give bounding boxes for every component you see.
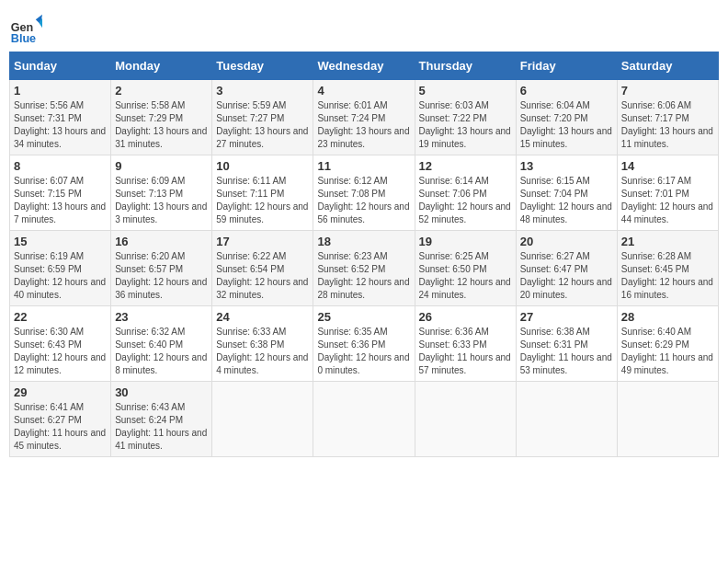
day-info: Sunrise: 6:11 AMSunset: 7:11 PMDaylight:… xyxy=(216,176,308,224)
day-cell: 14 Sunrise: 6:17 AMSunset: 7:01 PMDaylig… xyxy=(617,155,718,231)
day-info: Sunrise: 6:01 AMSunset: 7:24 PMDaylight:… xyxy=(317,100,409,149)
day-info: Sunrise: 6:40 AMSunset: 6:29 PMDaylight:… xyxy=(621,327,713,375)
col-header-saturday: Saturday xyxy=(617,52,718,80)
day-cell: 21 Sunrise: 6:28 AMSunset: 6:45 PMDaylig… xyxy=(617,231,718,306)
col-header-friday: Friday xyxy=(516,52,617,80)
day-cell xyxy=(415,382,516,457)
col-header-monday: Monday xyxy=(111,52,212,80)
day-cell: 27 Sunrise: 6:38 AMSunset: 6:31 PMDaylig… xyxy=(516,306,617,382)
day-cell: 2 Sunrise: 5:58 AMSunset: 7:29 PMDayligh… xyxy=(111,80,212,155)
col-header-tuesday: Tuesday xyxy=(212,52,313,80)
day-cell: 13 Sunrise: 6:15 AMSunset: 7:04 PMDaylig… xyxy=(516,155,617,231)
day-info: Sunrise: 6:28 AMSunset: 6:45 PMDaylight:… xyxy=(621,251,713,300)
day-number: 26 xyxy=(419,310,512,324)
day-number: 13 xyxy=(520,159,613,173)
col-header-sunday: Sunday xyxy=(10,52,111,80)
day-cell: 26 Sunrise: 6:36 AMSunset: 6:33 PMDaylig… xyxy=(415,306,516,382)
day-number: 6 xyxy=(520,84,613,98)
day-info: Sunrise: 6:25 AMSunset: 6:50 PMDaylight:… xyxy=(419,251,511,300)
day-info: Sunrise: 6:43 AMSunset: 6:24 PMDaylight:… xyxy=(115,402,207,451)
day-number: 22 xyxy=(14,310,107,324)
day-cell: 23 Sunrise: 6:32 AMSunset: 6:40 PMDaylig… xyxy=(111,306,212,382)
day-info: Sunrise: 6:33 AMSunset: 6:38 PMDaylight:… xyxy=(216,327,308,375)
day-info: Sunrise: 6:30 AMSunset: 6:43 PMDaylight:… xyxy=(14,327,106,375)
day-number: 25 xyxy=(317,310,410,324)
day-cell: 28 Sunrise: 6:40 AMSunset: 6:29 PMDaylig… xyxy=(617,306,718,382)
day-number: 19 xyxy=(419,235,512,248)
day-number: 7 xyxy=(621,84,714,98)
day-cell xyxy=(516,382,617,457)
week-row-5: 29 Sunrise: 6:41 AMSunset: 6:27 PMDaylig… xyxy=(10,382,719,457)
day-cell xyxy=(313,382,415,457)
day-number: 1 xyxy=(14,84,107,98)
day-cell: 4 Sunrise: 6:01 AMSunset: 7:24 PMDayligh… xyxy=(313,80,415,155)
day-info: Sunrise: 6:32 AMSunset: 6:40 PMDaylight:… xyxy=(115,327,207,375)
day-info: Sunrise: 6:20 AMSunset: 6:57 PMDaylight:… xyxy=(115,251,207,300)
page-header: Gen Blue xyxy=(9,9,719,46)
day-info: Sunrise: 6:07 AMSunset: 7:15 PMDaylight:… xyxy=(14,176,106,224)
day-number: 27 xyxy=(520,310,613,324)
day-info: Sunrise: 6:41 AMSunset: 6:27 PMDaylight:… xyxy=(14,402,106,451)
day-cell: 6 Sunrise: 6:04 AMSunset: 7:20 PMDayligh… xyxy=(516,80,617,155)
svg-text:Blue: Blue xyxy=(11,32,36,45)
day-cell: 25 Sunrise: 6:35 AMSunset: 6:36 PMDaylig… xyxy=(313,306,415,382)
header-row: SundayMondayTuesdayWednesdayThursdayFrid… xyxy=(10,52,719,80)
day-number: 15 xyxy=(14,235,107,248)
day-info: Sunrise: 6:23 AMSunset: 6:52 PMDaylight:… xyxy=(317,251,409,300)
day-number: 11 xyxy=(317,159,410,173)
day-number: 21 xyxy=(621,235,714,248)
day-number: 23 xyxy=(115,310,208,324)
day-number: 2 xyxy=(115,84,208,98)
day-info: Sunrise: 5:58 AMSunset: 7:29 PMDaylight:… xyxy=(115,100,207,149)
day-number: 30 xyxy=(115,385,208,399)
day-cell: 1 Sunrise: 5:56 AMSunset: 7:31 PMDayligh… xyxy=(10,80,111,155)
day-cell: 11 Sunrise: 6:12 AMSunset: 7:08 PMDaylig… xyxy=(313,155,415,231)
day-number: 12 xyxy=(419,159,512,173)
day-info: Sunrise: 6:38 AMSunset: 6:31 PMDaylight:… xyxy=(520,327,612,375)
day-cell: 8 Sunrise: 6:07 AMSunset: 7:15 PMDayligh… xyxy=(10,155,111,231)
col-header-thursday: Thursday xyxy=(415,52,516,80)
day-cell: 29 Sunrise: 6:41 AMSunset: 6:27 PMDaylig… xyxy=(10,382,111,457)
day-info: Sunrise: 6:19 AMSunset: 6:59 PMDaylight:… xyxy=(14,251,106,300)
day-cell: 20 Sunrise: 6:27 AMSunset: 6:47 PMDaylig… xyxy=(516,231,617,306)
day-cell: 22 Sunrise: 6:30 AMSunset: 6:43 PMDaylig… xyxy=(10,306,111,382)
day-number: 16 xyxy=(115,235,208,248)
day-number: 3 xyxy=(216,84,309,98)
day-info: Sunrise: 5:59 AMSunset: 7:27 PMDaylight:… xyxy=(216,100,308,149)
day-cell: 24 Sunrise: 6:33 AMSunset: 6:38 PMDaylig… xyxy=(212,306,313,382)
day-number: 4 xyxy=(317,84,410,98)
day-number: 29 xyxy=(14,385,107,399)
day-number: 17 xyxy=(216,235,309,248)
day-info: Sunrise: 6:12 AMSunset: 7:08 PMDaylight:… xyxy=(317,176,409,224)
day-cell: 10 Sunrise: 6:11 AMSunset: 7:11 PMDaylig… xyxy=(212,155,313,231)
day-cell: 17 Sunrise: 6:22 AMSunset: 6:54 PMDaylig… xyxy=(212,231,313,306)
week-row-3: 15 Sunrise: 6:19 AMSunset: 6:59 PMDaylig… xyxy=(10,231,719,306)
calendar-table: SundayMondayTuesdayWednesdayThursdayFrid… xyxy=(9,52,719,457)
day-cell: 16 Sunrise: 6:20 AMSunset: 6:57 PMDaylig… xyxy=(111,231,212,306)
day-info: Sunrise: 6:17 AMSunset: 7:01 PMDaylight:… xyxy=(621,176,713,224)
week-row-2: 8 Sunrise: 6:07 AMSunset: 7:15 PMDayligh… xyxy=(10,155,719,231)
week-row-1: 1 Sunrise: 5:56 AMSunset: 7:31 PMDayligh… xyxy=(10,80,719,155)
day-number: 8 xyxy=(14,159,107,173)
day-info: Sunrise: 6:09 AMSunset: 7:13 PMDaylight:… xyxy=(115,176,207,224)
week-row-4: 22 Sunrise: 6:30 AMSunset: 6:43 PMDaylig… xyxy=(10,306,719,382)
day-number: 24 xyxy=(216,310,309,324)
day-info: Sunrise: 6:14 AMSunset: 7:06 PMDaylight:… xyxy=(419,176,511,224)
day-info: Sunrise: 6:06 AMSunset: 7:17 PMDaylight:… xyxy=(621,100,713,149)
col-header-wednesday: Wednesday xyxy=(313,52,415,80)
day-info: Sunrise: 6:27 AMSunset: 6:47 PMDaylight:… xyxy=(520,251,612,300)
logo: Gen Blue xyxy=(9,13,46,46)
day-cell: 19 Sunrise: 6:25 AMSunset: 6:50 PMDaylig… xyxy=(415,231,516,306)
day-cell xyxy=(212,382,313,457)
day-cell: 15 Sunrise: 6:19 AMSunset: 6:59 PMDaylig… xyxy=(10,231,111,306)
logo-icon: Gen Blue xyxy=(9,13,42,46)
day-cell: 18 Sunrise: 6:23 AMSunset: 6:52 PMDaylig… xyxy=(313,231,415,306)
day-info: Sunrise: 6:22 AMSunset: 6:54 PMDaylight:… xyxy=(216,251,308,300)
day-number: 14 xyxy=(621,159,714,173)
day-info: Sunrise: 6:36 AMSunset: 6:33 PMDaylight:… xyxy=(419,327,511,375)
day-number: 9 xyxy=(115,159,208,173)
day-cell: 12 Sunrise: 6:14 AMSunset: 7:06 PMDaylig… xyxy=(415,155,516,231)
day-number: 20 xyxy=(520,235,613,248)
day-info: Sunrise: 6:35 AMSunset: 6:36 PMDaylight:… xyxy=(317,327,409,375)
day-cell: 7 Sunrise: 6:06 AMSunset: 7:17 PMDayligh… xyxy=(617,80,718,155)
